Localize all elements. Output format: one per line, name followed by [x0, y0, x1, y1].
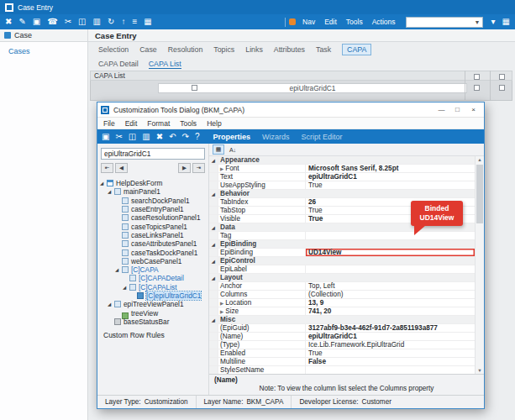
menu-edit[interactable]: Edit [324, 18, 337, 26]
property-row-tag[interactable]: Tag [209, 232, 475, 240]
tree-item-caseattributespanel1[interactable]: caseAttributesPanel1 [97, 239, 208, 248]
menu-nav[interactable]: Nav [302, 18, 315, 26]
apps-grid-icon[interactable]: ▦ [502, 18, 510, 26]
minimize-button[interactable]: — [434, 104, 449, 116]
property-value[interactable]: UD14View [306, 249, 475, 256]
undo-icon[interactable]: ↶ [169, 133, 176, 141]
property-value[interactable] [306, 232, 475, 239]
property-value[interactable]: epiUltraGridC1 [306, 173, 475, 181]
expand-icon[interactable]: ▶ [220, 301, 223, 306]
tree-item-caselinkspanel1[interactable]: caseLinksPanel1 [97, 231, 208, 239]
tree-item-cepiultragridc1[interactable]: [C]epiUltraGridC1 [97, 291, 208, 300]
property-row-epibinding[interactable]: EpiBindingUD14View [209, 249, 475, 257]
property-category-appearance[interactable]: ◢Appearance [209, 156, 475, 165]
delete-icon[interactable]: ✖ [156, 133, 163, 141]
copy-icon[interactable]: ◫ [129, 133, 136, 141]
maximize-button[interactable]: □ [450, 104, 465, 116]
tree-item-webcasepanel1[interactable]: webCasePanel1 [97, 257, 208, 265]
clear-icon[interactable]: ✖ [5, 18, 12, 26]
tree-item-treeview[interactable]: treeView [97, 308, 208, 317]
quick-search-select[interactable]: ▼ [406, 17, 483, 28]
paste-icon[interactable]: ▥ [142, 133, 150, 141]
tree-item-basestatusbar[interactable]: baseStatusBar [97, 318, 208, 326]
subtab-capa-detail[interactable]: CAPA Detail [98, 60, 139, 68]
property-row-font[interactable]: ▶FontMicrosoft Sans Serif, 8.25pt [209, 165, 475, 173]
property-value[interactable]: False [306, 358, 475, 365]
property-value[interactable]: True [306, 349, 475, 357]
property-row-multiline[interactable]: MultilineFalse [209, 358, 475, 366]
dialog-menu-file[interactable]: File [103, 119, 115, 128]
caret-down-icon[interactable]: ▾ [491, 18, 496, 26]
menu-tools[interactable]: Tools [346, 18, 363, 26]
dialog-menu-edit[interactable]: Edit [125, 119, 138, 128]
property-row-type[interactable]: (Type)Ice.Lib.Framework.EpiUltraGrid [209, 341, 475, 349]
refresh-icon[interactable]: ↻ [108, 18, 114, 26]
help-icon[interactable]: ? [195, 133, 200, 141]
grid-column-header[interactable]: epiUltraGridC1 [158, 83, 467, 93]
tree-item-casetaskdockpanel1[interactable]: caseTaskDockPanel1 [97, 248, 208, 256]
tab-topics[interactable]: Topics [213, 45, 234, 54]
tree-item-ccapalist[interactable]: ◢[C]CAPAList [97, 283, 208, 291]
cut-icon[interactable]: ✂ [115, 133, 122, 141]
dialog-menu-tools[interactable]: Tools [180, 119, 197, 128]
property-value[interactable]: Microsoft Sans Serif, 8.25pt [306, 165, 475, 172]
scrollbar[interactable]: ▲ ▼ [475, 156, 484, 374]
tab-task[interactable]: Task [316, 45, 331, 54]
property-value[interactable]: True [306, 181, 475, 189]
tree-item-mainpanel1[interactable]: ◢mainPanel1 [97, 187, 208, 196]
alphabetical-icon[interactable]: A↓ [227, 144, 239, 155]
org-icon[interactable]: ▦ [144, 18, 151, 26]
property-value[interactable]: epiUltraGridC1 [306, 333, 475, 340]
subtab-capa-list[interactable]: CAPA List [149, 60, 181, 69]
property-row-useappstyling[interactable]: UseAppStylingTrue [209, 181, 475, 190]
categorized-icon[interactable]: ▦ [213, 144, 224, 155]
property-row-stylesetname[interactable]: StyleSetName [209, 366, 475, 374]
dialog-tab-wizards[interactable]: Wizards [262, 133, 290, 141]
tree-item-caseentrypanel1[interactable]: caseEntryPanel1 [97, 205, 208, 213]
next-record-button[interactable]: ▶ [178, 163, 191, 173]
grid-checkbox[interactable] [192, 85, 197, 91]
tab-resolution[interactable]: Resolution [168, 45, 203, 54]
cut-icon[interactable]: ✂ [65, 18, 71, 26]
first-record-button[interactable]: ⇤ [101, 163, 113, 173]
property-row-columns[interactable]: Columns(Collection) [209, 291, 475, 299]
phone-icon[interactable]: ☎ [47, 18, 57, 26]
property-category-epicontrol[interactable]: ◢EpiControl [209, 257, 475, 265]
edit-icon[interactable]: ✎ [18, 18, 25, 26]
property-value[interactable]: Ice.Lib.Framework.EpiUltraGrid [306, 341, 475, 349]
tab-attributes[interactable]: Attributes [274, 45, 305, 54]
tab-links[interactable]: Links [245, 45, 263, 54]
property-value[interactable]: 3127abf9-b3e4-462f-91d7-2a851193a877 [306, 324, 475, 332]
property-row-epiguid[interactable]: (EpiGuid)3127abf9-b3e4-462f-91d7-2a85119… [209, 324, 475, 333]
tree-item-casetopicspanel1[interactable]: caseTopicsPanel1 [97, 222, 208, 230]
tab-capa[interactable]: CAPA [342, 44, 371, 55]
last-record-button[interactable]: ⇥ [192, 163, 205, 173]
property-row-epilabel[interactable]: EpiLabel [209, 265, 475, 274]
tree-item-caseresolutionpanel1[interactable]: caseResolutionPanel1 [97, 213, 208, 222]
property-category-behavior[interactable]: ◢Behavior [209, 190, 475, 198]
custom-row-rules-label[interactable]: Custom Row Rules [103, 331, 208, 339]
control-name-input[interactable] [101, 148, 205, 160]
property-category-misc[interactable]: ◢Misc [209, 316, 475, 324]
sidebar-item-cases[interactable]: Cases [0, 42, 87, 55]
dialog-tab-script-editor[interactable]: Script Editor [302, 133, 343, 141]
scrollbar-thumb[interactable] [476, 165, 483, 223]
dialog-tab-properties[interactable]: Properties [213, 133, 250, 141]
property-category-epibinding[interactable]: ◢EpiBinding [209, 240, 475, 249]
menu-actions[interactable]: Actions [372, 18, 396, 26]
expand-icon[interactable]: ▶ [220, 309, 223, 314]
grid-checkbox[interactable] [474, 85, 480, 91]
property-row-enabled[interactable]: EnabledTrue [209, 349, 475, 358]
tab-selection[interactable]: Selection [98, 45, 129, 54]
property-category-layout[interactable]: ◢Layout [209, 274, 475, 282]
tree-item-searchdockpanel1[interactable]: searchDockPanel1 [97, 197, 208, 205]
dialog-menu-format[interactable]: Format [147, 119, 170, 128]
scroll-up-icon[interactable]: ▲ [476, 157, 484, 162]
tree-item-ccapa[interactable]: ◢[C]CAPA [97, 265, 208, 274]
tree-item-ccapadetail[interactable]: [C]CAPADetail [97, 274, 208, 282]
tab-case[interactable]: Case [139, 45, 157, 54]
property-value[interactable] [306, 265, 475, 273]
grid-checkbox[interactable] [474, 74, 480, 80]
grid-checkbox[interactable] [499, 74, 505, 80]
tree-item-epitreeviewpanel1[interactable]: ◢epiTreeViewPanel1 [97, 300, 208, 308]
